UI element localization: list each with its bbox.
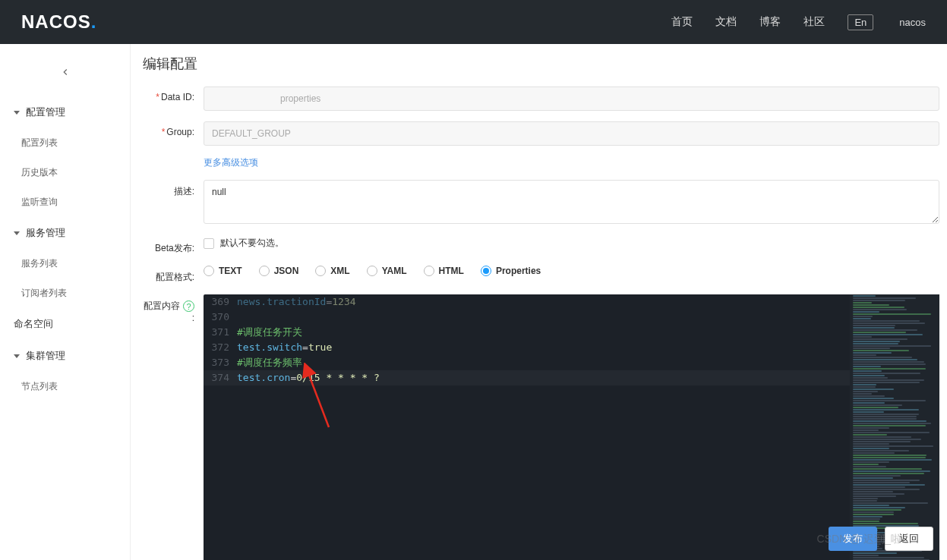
editor-line[interactable]: 369news.tractionId=1234 <box>204 294 850 310</box>
main-content: 编辑配置 *Data ID: *Group: 更多高级选项 描述: null <box>131 44 947 560</box>
sidebar-collapse[interactable] <box>0 56 130 96</box>
label-content: 配置内容? : <box>140 294 204 323</box>
menu-group-cluster: 集群管理 节点列表 <box>0 340 130 401</box>
format-yaml[interactable]: YAML <box>367 266 407 276</box>
logo: NACOS. <box>21 11 96 33</box>
code-editor[interactable]: 369news.tractionId=1234370371#调度任务开关372t… <box>204 294 939 560</box>
label-group: *Group: <box>140 121 204 137</box>
editor-line[interactable]: 373#调度任务频率 <box>204 355 850 370</box>
more-options-link[interactable]: 更多高级选项 <box>204 157 258 168</box>
nav-blog[interactable]: 博客 <box>759 15 781 29</box>
nav-home[interactable]: 首页 <box>671 15 693 29</box>
footer-buttons: 发布 返回 <box>829 527 933 551</box>
sidebar-item-service-list[interactable]: 服务列表 <box>0 249 130 278</box>
editor-line[interactable]: 371#调度任务开关 <box>204 325 850 340</box>
menu-title-config-label: 配置管理 <box>26 105 65 119</box>
sidebar-item-subscriber[interactable]: 订阅者列表 <box>0 278 130 308</box>
top-nav: 首页 文档 博客 社区 En nacos <box>671 14 926 30</box>
label-data-id: *Data ID: <box>140 87 204 102</box>
desc-textarea[interactable]: null <box>204 180 939 224</box>
beta-hint: 默认不要勾选。 <box>220 237 284 250</box>
nav-docs[interactable]: 文档 <box>715 15 737 29</box>
group-input <box>204 121 939 146</box>
format-text[interactable]: TEXT <box>204 266 242 276</box>
editor-line[interactable]: 374test.cron=0/15 * * * * ? <box>204 370 850 385</box>
sidebar-item-config-list[interactable]: 配置列表 <box>0 128 130 158</box>
format-json[interactable]: JSON <box>259 266 299 276</box>
menu-title-config[interactable]: 配置管理 <box>0 96 130 128</box>
back-button[interactable]: 返回 <box>885 527 933 551</box>
publish-button[interactable]: 发布 <box>829 527 877 551</box>
sidebar-item-history[interactable]: 历史版本 <box>0 158 130 187</box>
menu-title-cluster-label: 集群管理 <box>26 349 65 363</box>
format-radio-group: TEXT JSON XML YAML HTML Properties <box>204 266 939 276</box>
label-beta: Beta发布: <box>140 237 204 255</box>
sidebar-item-nodes[interactable]: 节点列表 <box>0 372 130 401</box>
editor-minimap[interactable] <box>850 294 939 560</box>
sidebar-item-namespace-label: 命名空间 <box>14 317 53 331</box>
user-label[interactable]: nacos <box>899 17 926 28</box>
format-xml[interactable]: XML <box>315 266 349 276</box>
label-desc: 描述: <box>140 180 204 198</box>
help-icon[interactable]: ? <box>183 300 194 312</box>
menu-group-service: 服务管理 服务列表 订阅者列表 <box>0 217 130 308</box>
editor-line[interactable]: 370 <box>204 310 850 325</box>
menu-title-service[interactable]: 服务管理 <box>0 217 130 249</box>
lang-switch[interactable]: En <box>848 14 873 30</box>
nav-community[interactable]: 社区 <box>803 15 825 29</box>
sidebar-item-listen[interactable]: 监听查询 <box>0 187 130 217</box>
sidebar-item-namespace[interactable]: 命名空间 <box>0 308 130 340</box>
caret-down-icon <box>14 354 20 358</box>
logo-text: NACOS <box>21 11 91 32</box>
format-properties[interactable]: Properties <box>481 266 541 276</box>
caret-down-icon <box>14 231 20 235</box>
format-html[interactable]: HTML <box>424 266 464 276</box>
beta-checkbox[interactable] <box>204 238 214 249</box>
editor-line[interactable]: 372test.switch=true <box>204 340 850 355</box>
page-title: 编辑配置 <box>140 55 939 73</box>
menu-title-service-label: 服务管理 <box>26 226 65 240</box>
menu-group-config: 配置管理 配置列表 历史版本 监听查询 <box>0 96 130 217</box>
menu-title-cluster[interactable]: 集群管理 <box>0 340 130 372</box>
sidebar: 配置管理 配置列表 历史版本 监听查询 服务管理 服务列表 订阅者列表 命名空间… <box>0 44 131 560</box>
label-format: 配置格式: <box>140 266 204 284</box>
top-header: NACOS. 首页 文档 博客 社区 En nacos <box>0 0 947 44</box>
data-id-input <box>204 87 939 111</box>
chevron-left-icon <box>60 67 71 77</box>
caret-down-icon <box>14 111 20 115</box>
